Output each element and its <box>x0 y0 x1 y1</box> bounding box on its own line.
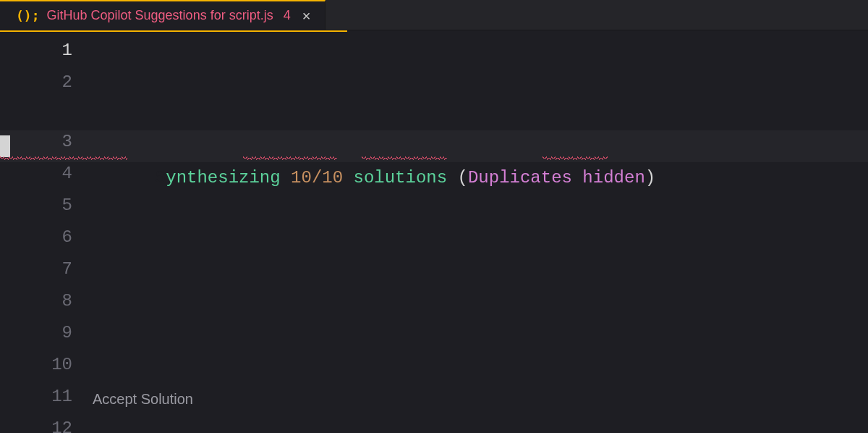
tab-dirty-count: 4 <box>284 8 291 23</box>
line-number: 11 <box>0 381 72 413</box>
status-progress: 10/10 <box>291 168 343 188</box>
status-line: SSynthesizing 10/10 solutions (Duplicate… <box>0 130 868 162</box>
text-cursor <box>0 135 10 157</box>
tab-active-underline <box>0 30 347 32</box>
code-area[interactable]: SSynthesizing 10/10 solutions (Duplicate… <box>93 35 868 433</box>
editor-tab[interactable]: (); GitHub Copilot Suggestions for scrip… <box>0 0 326 30</box>
code-editor[interactable]: 1 2 3 4 5 6 7 8 9 10 11 12 SSynthesizing… <box>0 30 868 433</box>
line-number: 2 <box>0 67 72 98</box>
line-number: 4 <box>0 158 72 190</box>
line-number: 6 <box>0 222 72 253</box>
line-gutter: 1 2 3 4 5 6 7 8 9 10 11 12 <box>0 35 93 433</box>
tab-bar: (); GitHub Copilot Suggestions for scrip… <box>0 0 868 30</box>
line-number: 9 <box>0 317 72 349</box>
file-type-icon: (); <box>16 8 40 23</box>
line-number: 12 <box>0 413 72 433</box>
status-synthesizing: Synthesizing <box>156 168 281 188</box>
accept-solution-codelens[interactable]: Accept Solution <box>93 385 868 413</box>
line-number: 1 <box>0 35 72 67</box>
blank-line <box>93 258 868 290</box>
line-number: 5 <box>0 190 72 222</box>
status-solutions: solutions <box>354 168 448 188</box>
line-number: 10 <box>0 349 72 381</box>
line-number: 8 <box>0 285 72 317</box>
line-number: 7 <box>0 253 72 285</box>
status-duplicates: Duplicates hidden <box>468 168 645 188</box>
close-icon[interactable]: × <box>301 7 312 25</box>
tab-title: GitHub Copilot Suggestions for script.js <box>47 8 273 23</box>
